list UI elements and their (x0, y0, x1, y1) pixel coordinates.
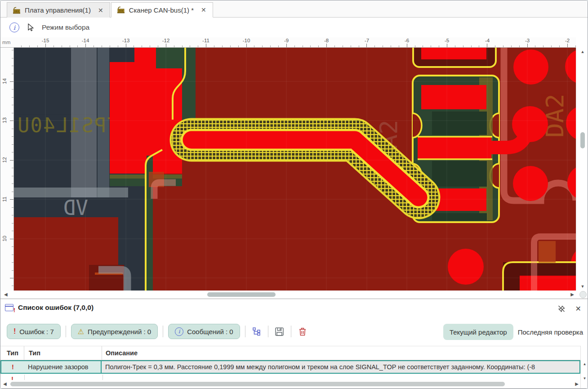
scroll-up-icon[interactable]: ▲ (576, 49, 588, 54)
canvas-vertical-scrollbar[interactable]: ▲ ▼ (576, 48, 588, 291)
messages-filter-button[interactable]: i Сообщений : 0 (168, 324, 240, 339)
severity-icon: ! (1, 361, 24, 373)
scroll-left-icon[interactable]: ◀ (3, 381, 7, 386)
column-header-severity: Тип (0, 346, 24, 360)
pcb-editor-window: Плата управления(1) ✕ Сканер CAN-bus(1) … (0, 0, 588, 389)
board-document-icon (13, 6, 21, 14)
scroll-down-icon[interactable]: ▼ (576, 284, 588, 289)
column-header-type: Тип (24, 346, 102, 360)
table-vertical-scrollbar[interactable]: ▲ ▼ (580, 346, 588, 388)
info-icon: i (175, 327, 183, 336)
tab-label: Сканер CAN-bus(1) * (129, 6, 194, 14)
document-tab-bar: Плата управления(1) ✕ Сканер CAN-bus(1) … (0, 0, 588, 18)
clear-errors-button[interactable] (296, 325, 309, 338)
tab-close-icon[interactable]: ✕ (97, 7, 104, 14)
scroll-left-icon[interactable]: ◀ (4, 292, 8, 297)
error-table-row[interactable]: ! (0, 375, 580, 380)
divider (291, 326, 291, 337)
warning-icon: ⚠ (78, 327, 84, 336)
error-table-header: Тип Тип Описание (0, 346, 580, 360)
divider (268, 326, 268, 337)
select-cursor-icon[interactable] (27, 23, 35, 31)
ruler-unit-label: mm (0, 37, 14, 48)
severity-icon: ! (0, 375, 25, 380)
save-icon (275, 327, 284, 336)
pcb-canvas[interactable]: TPS1L40U VD DA2 (14, 48, 576, 291)
tab-can-bus-scanner[interactable]: Сканер CAN-bus(1) * ✕ (111, 2, 213, 18)
panel-header: ! Список ошибок (7,0,0) (5, 304, 94, 312)
scroll-right-icon[interactable]: ▶ (575, 381, 579, 386)
copper-stub (134, 48, 156, 63)
tab-close-icon[interactable]: ✕ (200, 6, 207, 13)
panel-title: Список ошибок (7,0,0) (18, 304, 94, 312)
error-description-cell: Полигон-Трек = 0,3 мм. Расстояние 0,1999… (102, 361, 579, 373)
current-editor-toggle[interactable]: Текущий редактор (443, 324, 513, 340)
tab-control-board[interactable]: Плата управления(1) ✕ (7, 2, 110, 18)
info-icon[interactable]: i (9, 22, 19, 32)
error-table-row-selected[interactable]: ! Нарушение зазоров Полигон-Трек = 0,3 м… (0, 360, 580, 374)
selection-mode-label: Режим выбора (42, 23, 89, 31)
last-check-toggle[interactable]: Последняя проверка (518, 328, 583, 336)
scroll-up-icon[interactable]: ▲ (581, 362, 588, 366)
table-horizontal-scrollbar[interactable]: ◀ ▶ (0, 380, 580, 388)
save-report-button[interactable] (273, 325, 286, 338)
error-filter-toolbar: ! Ошибок : 7 ⚠ Предупреждений : 0 i Сооб… (7, 324, 309, 339)
error-source-toggle: Текущий редактор Последняя проверка (443, 324, 583, 340)
editor-toolbar: i Режим выбора (0, 18, 588, 37)
error-icon: ! (13, 327, 16, 335)
horizontal-ruler: -15 -14 -13 -12 -11 -10 -9 -8 -7 -6 -5 -… (14, 37, 576, 48)
table-hscroll-thumb[interactable] (10, 382, 505, 386)
canvas-horizontal-scrollbar[interactable]: ◀ ▶ (0, 291, 588, 299)
error-type-cell: Нарушение зазоров (24, 361, 102, 373)
hscroll-thumb[interactable] (207, 292, 276, 297)
divider (66, 326, 66, 337)
scroll-down-icon[interactable]: ▼ (581, 376, 588, 380)
column-header-description: Описание (102, 346, 580, 360)
vscroll-thumb[interactable] (580, 132, 585, 148)
trash-icon (298, 327, 307, 336)
board-document-icon (117, 6, 125, 14)
divider (245, 326, 245, 337)
warnings-filter-button[interactable]: ⚠ Предупреждений : 0 (71, 324, 158, 339)
panel-close-icon[interactable]: ✕ (575, 304, 581, 313)
mask-zone (182, 48, 196, 124)
copper-pad-large (110, 62, 182, 174)
group-by-tree-button[interactable] (250, 325, 263, 338)
vertical-ruler: 14 13 12 11 10 (0, 48, 14, 291)
errors-filter-button[interactable]: ! Ошибок : 7 (7, 324, 61, 339)
error-list-panel: ! Список ошибок (7,0,0) ✕ ! Ошибок : 7 ⚠… (0, 299, 588, 389)
error-list-panel-icon: ! (5, 304, 13, 311)
pcb-layout-drawing: TPS1L40U VD DA2 (14, 48, 576, 291)
ic-marking-text: TPS1L40U (17, 114, 119, 137)
scrollbar-corner-knob[interactable] (579, 291, 587, 298)
divider (163, 326, 163, 337)
unpin-icon[interactable] (557, 305, 566, 313)
tab-label: Плата управления(1) (25, 6, 91, 14)
tree-view-icon (252, 327, 261, 336)
scroll-right-icon[interactable]: ▶ (570, 292, 574, 297)
